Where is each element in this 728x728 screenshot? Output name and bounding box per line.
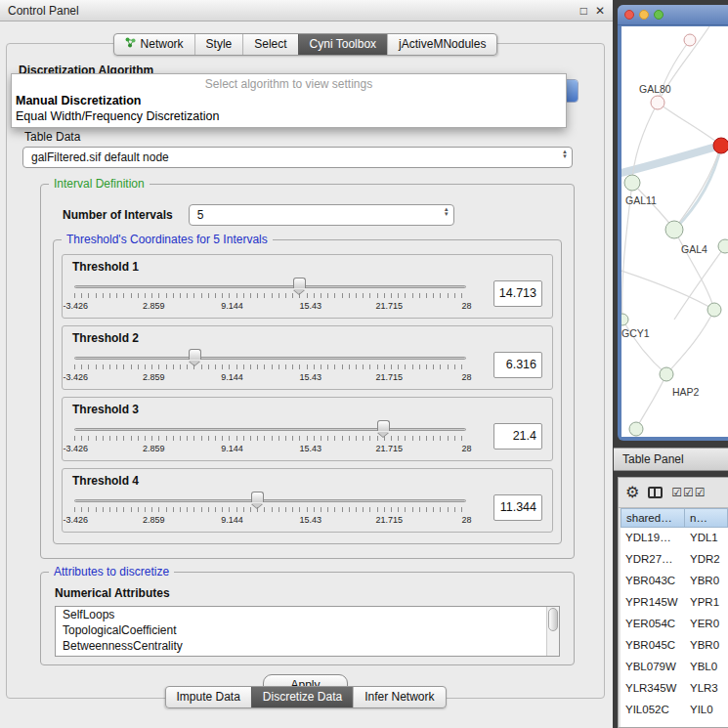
- close-panel-icon[interactable]: ✕: [595, 4, 605, 18]
- table-row[interactable]: YDL19… YDL1: [621, 528, 728, 549]
- option-equal-width-frequency[interactable]: Equal Width/Frequency Discretization: [12, 108, 566, 124]
- list-item[interactable]: SelfLoops: [56, 607, 559, 622]
- columns-icon[interactable]: [648, 487, 663, 498]
- table-row[interactable]: YPR145W YPR1: [621, 592, 728, 614]
- slider-thumb[interactable]: [293, 278, 306, 288]
- table-row[interactable]: YIL052C YIL0: [621, 700, 728, 721]
- tab-jactivemnodules[interactable]: jActiveMNodules: [387, 34, 496, 55]
- tab-network[interactable]: Network: [114, 34, 194, 55]
- slider-track[interactable]: [74, 285, 466, 288]
- slider-ticks: [74, 293, 466, 298]
- slider-track[interactable]: [74, 499, 466, 502]
- table-panel-title: Table Panel: [622, 452, 684, 466]
- table-row[interactable]: YBR045C YBR0: [621, 635, 728, 657]
- threshold-2-slider[interactable]: -3.426 2.859 9.144 15.43 21.715 28: [72, 347, 482, 386]
- combo-stepper-icon: ▲▼: [444, 207, 450, 217]
- algorithm-dropdown-popup: Select algorithm to view settings Manual…: [11, 73, 567, 128]
- network-node[interactable]: [651, 96, 664, 109]
- slider-thumb[interactable]: [377, 420, 390, 431]
- network-node[interactable]: [707, 303, 721, 317]
- number-of-intervals-label: Number of Intervals: [63, 208, 173, 222]
- column-header[interactable]: shared…: [621, 508, 685, 528]
- tab-select[interactable]: Select: [242, 34, 297, 55]
- tab-style[interactable]: Style: [194, 34, 243, 55]
- slider-ticks: [74, 364, 466, 369]
- zoom-traffic-light[interactable]: [654, 10, 664, 20]
- tab-infer-network[interactable]: Infer Network: [353, 687, 445, 707]
- threshold-1-label: Threshold 1: [72, 260, 542, 274]
- network-node[interactable]: [665, 221, 683, 238]
- table-data-label: Table Data: [24, 130, 604, 144]
- table-data-combobox[interactable]: galFiltered.sif default node ▲▼: [22, 147, 573, 168]
- table-row[interactable]: YLR345W YLR3: [621, 678, 728, 700]
- list-scrollbar[interactable]: [546, 607, 559, 656]
- option-manual-discretization[interactable]: Manual Discretization: [12, 93, 566, 108]
- network-node[interactable]: [660, 367, 673, 381]
- tab-cyni-toolbox[interactable]: Cyni Toolbox: [298, 34, 387, 55]
- float-window-icon[interactable]: □: [580, 4, 587, 18]
- network-canvas[interactable]: GAL80 GAL11 GAL4 GCY1 HAP2: [621, 26, 728, 437]
- table-row[interactable]: YER054C YER0: [621, 614, 728, 635]
- network-edge: [666, 310, 714, 374]
- close-traffic-light[interactable]: [624, 10, 634, 20]
- network-edge: [632, 183, 674, 230]
- interval-definition-title: Interval Definition: [49, 177, 150, 191]
- list-item[interactable]: TopologicalCoefficient: [56, 622, 559, 638]
- network-graph: [621, 26, 728, 437]
- slider-ticks: [74, 507, 466, 512]
- slider-thumb[interactable]: [251, 492, 264, 502]
- network-edge: [621, 145, 723, 175]
- network-node-selected[interactable]: [713, 138, 728, 153]
- slider-thumb[interactable]: [189, 349, 201, 360]
- table-row[interactable]: YBR043C YBR0: [621, 571, 728, 592]
- network-tab-icon: [125, 37, 136, 51]
- slider-scale: -3.426 2.859 9.144 15.43 21.715 28: [74, 301, 466, 312]
- minimize-traffic-light[interactable]: [639, 10, 649, 20]
- attributes-group-title: Attributes to discretize: [49, 565, 174, 578]
- threshold-3-panel: Threshold 3 -3.426: [62, 397, 553, 461]
- table-row[interactable]: YDR27… YDR2: [621, 549, 728, 571]
- control-panel-title: Control Panel: [8, 4, 573, 18]
- number-of-intervals-combobox[interactable]: 5 ▲▼: [189, 204, 454, 226]
- checkbox-icons[interactable]: ☑☑☑: [671, 487, 706, 498]
- table-panel-window: ⚙ ☑☑☑ shared… n… YDL19… YDL1 YDR27… YDR2…: [618, 477, 728, 728]
- threshold-4-slider[interactable]: -3.426 2.859 9.144 15.43 21.715 28: [72, 490, 482, 529]
- table-row[interactable]: YBL079W YBL0: [621, 657, 728, 678]
- slider-scale: -3.426 2.859 9.144 15.43 21.715 28: [74, 372, 466, 383]
- threshold-3-slider[interactable]: -3.426 2.859 9.144 15.43 21.715 28: [72, 418, 482, 457]
- discretize-pane: Discretization Algorithm Select algorith…: [7, 44, 604, 698]
- tab-impute-data[interactable]: Impute Data: [165, 687, 250, 707]
- tab-discretize-data[interactable]: Discretize Data: [251, 687, 353, 707]
- algorithm-section: Discretization Algorithm Select algorith…: [7, 69, 604, 126]
- table-header-row: shared… n…: [621, 508, 728, 528]
- network-node[interactable]: [624, 175, 640, 191]
- threshold-2-value-field[interactable]: 6.316: [493, 352, 542, 378]
- node-label: GAL11: [625, 194, 657, 206]
- threshold-4-value-field[interactable]: 11.344: [493, 494, 542, 521]
- slider-track[interactable]: [74, 357, 466, 360]
- slider-track[interactable]: [74, 428, 466, 431]
- network-node[interactable]: [684, 34, 696, 46]
- node-label: HAP2: [672, 386, 699, 398]
- threshold-1-slider[interactable]: -3.426 2.859 9.144 15.43 21.715 28: [72, 276, 482, 315]
- node-label: GAL4: [681, 243, 707, 255]
- node-table: shared… n… YDL19… YDL1 YDR27… YDR2 YBR04…: [621, 508, 728, 727]
- number-of-intervals-row: Number of Intervals 5 ▲▼: [63, 204, 566, 226]
- list-item[interactable]: BetweennessCentrality: [56, 638, 559, 654]
- threshold-3-value-field[interactable]: 21.4: [493, 423, 542, 450]
- network-node[interactable]: [718, 239, 728, 253]
- threshold-1-value-field[interactable]: 14.713: [493, 280, 542, 307]
- threshold-4-panel: Threshold 4 -3.426: [62, 468, 553, 533]
- network-node[interactable]: [629, 422, 643, 436]
- network-node[interactable]: [621, 314, 628, 325]
- slider-ticks: [74, 436, 466, 441]
- column-header[interactable]: n…: [685, 508, 728, 528]
- algorithm-placeholder-option: Select algorithm to view settings: [12, 74, 566, 93]
- threshold-4-label: Threshold 4: [72, 474, 542, 488]
- gear-icon[interactable]: ⚙: [625, 485, 639, 500]
- combo-stepper-icon: ▲▼: [562, 150, 568, 159]
- control-panel: Control Panel □ ✕ Network Style Select C…: [0, 0, 613, 728]
- scrollbar-thumb[interactable]: [548, 608, 558, 631]
- interval-definition-group: Interval Definition Number of Intervals …: [40, 184, 575, 559]
- number-of-intervals-value: 5: [197, 208, 204, 222]
